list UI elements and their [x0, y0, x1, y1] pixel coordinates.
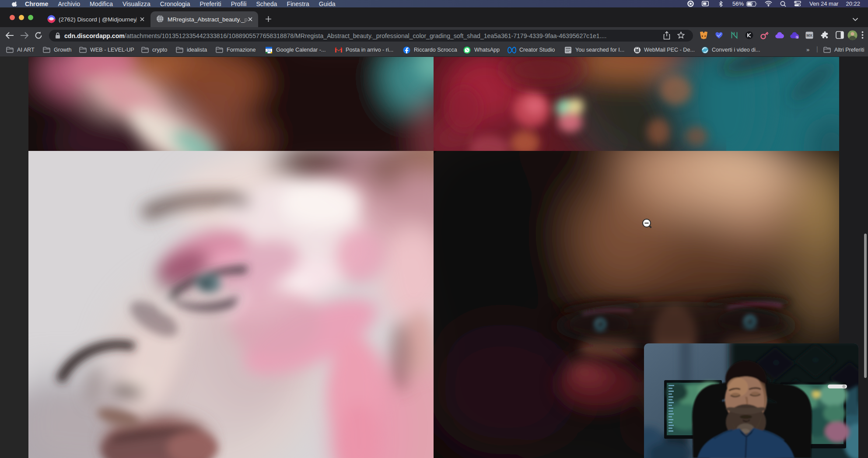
svg-text:31: 31: [266, 49, 271, 53]
svg-text:5: 5: [796, 35, 798, 38]
svg-text:MX: MX: [806, 33, 812, 38]
